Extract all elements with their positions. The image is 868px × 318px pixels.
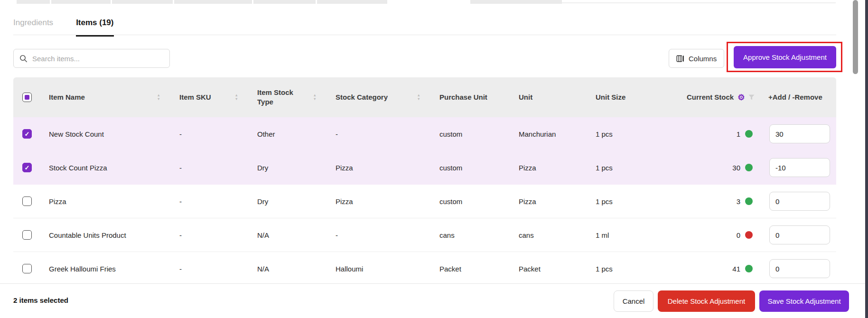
approve-stock-adjustment-button[interactable]: Approve Stock Adjustment [734, 46, 836, 68]
cell-item-sku: - [179, 265, 257, 273]
columns-button[interactable]: Columns [669, 49, 724, 68]
tab-ingredients[interactable]: Ingredients [13, 14, 53, 35]
header-current-stock: Current Stock [687, 93, 734, 102]
browser-tab-strip-segment [112, 0, 173, 4]
search-icon [19, 55, 28, 63]
items-table: Item Name▲▼ Item SKU▲▼ Item Stock Type▲▼… [13, 77, 836, 286]
cell-stock-category: Pizza [336, 164, 439, 172]
column-settings-gear-icon[interactable]: ⚙ [737, 94, 745, 102]
row-checkbox[interactable] [22, 230, 32, 240]
header-purchase-unit: Purchase Unit [439, 93, 487, 102]
sort-icon[interactable]: ▲▼ [235, 94, 238, 101]
adjust-quantity-input[interactable] [769, 259, 830, 278]
row-checkbox[interactable] [22, 264, 32, 273]
browser-tab-strip-segment [174, 0, 252, 4]
cell-unit: Pizza [519, 164, 596, 172]
cell-stock-category: - [336, 231, 439, 239]
cell-purchase-unit: custom [439, 197, 519, 206]
table-row: Stock Count Pizza - Dry Pizza custom Piz… [13, 151, 836, 185]
cell-unit-size: 1 pcs [596, 197, 687, 206]
stock-status-dot [745, 265, 753, 272]
cell-item-stock-type: N/A [257, 265, 336, 273]
cell-item-sku: - [179, 164, 257, 172]
cell-purchase-unit: custom [439, 130, 519, 138]
header-stock-category: Stock Category [336, 93, 388, 102]
adjust-quantity-input[interactable] [769, 158, 830, 177]
selected-count-label: 2 items selected [13, 296, 68, 304]
cell-item-name: Stock Count Pizza [49, 164, 179, 172]
browser-tab-strip-segment [317, 0, 387, 4]
header-item-name: Item Name [49, 93, 85, 102]
row-checkbox[interactable] [22, 163, 32, 172]
browser-tab-strip-segment [51, 0, 111, 4]
table-row: Greek Halloumi Fries - N/A Halloumi Pack… [13, 252, 836, 286]
sort-icon[interactable]: ▲▼ [157, 94, 160, 101]
adjust-quantity-input[interactable] [769, 124, 830, 143]
browser-tab-strip-segment [470, 0, 562, 4]
adjust-quantity-input[interactable] [769, 225, 830, 244]
cell-unit-size: 1 pcs [596, 265, 687, 273]
table-row: New Stock Count - Other - custom Manchur… [13, 117, 836, 151]
header-add-remove: +Add / -Remove [768, 93, 822, 102]
search-input[interactable] [32, 55, 164, 63]
cell-stock-category: - [336, 130, 439, 138]
cell-unit: Packet [519, 265, 596, 273]
stock-status-dot [745, 231, 753, 239]
adjust-quantity-input[interactable] [769, 192, 830, 211]
cell-item-stock-type: N/A [257, 231, 336, 239]
cell-current-stock: 30 [732, 164, 740, 172]
browser-tab-strip-segment [253, 0, 316, 4]
stock-status-dot [745, 130, 753, 138]
browser-tab-strip-segment [17, 0, 50, 4]
cell-current-stock: 41 [732, 265, 740, 273]
table-body: New Stock Count - Other - custom Manchur… [13, 117, 836, 286]
search-box[interactable] [13, 49, 170, 68]
footer-bar: 2 items selected Cancel Delete Stock Adj… [0, 283, 865, 318]
delete-stock-adjustment-button[interactable]: Delete Stock Adjustment [658, 290, 755, 312]
cell-item-stock-type: Dry [257, 164, 336, 172]
cell-current-stock: 1 [737, 130, 740, 138]
cell-unit: Pizza [519, 197, 596, 206]
cancel-button[interactable]: Cancel [614, 290, 653, 312]
columns-icon [676, 55, 684, 63]
stock-status-dot [745, 164, 753, 171]
stock-adjustment-page: Ingredients Items (19) Columns Approve S… [0, 0, 868, 318]
row-checkbox[interactable] [22, 129, 32, 139]
columns-button-label: Columns [689, 55, 717, 63]
cell-item-sku: - [179, 130, 257, 138]
cell-item-stock-type: Dry [257, 197, 336, 206]
cell-current-stock: 3 [737, 197, 740, 206]
browser-tab-strip-line [562, 2, 836, 3]
browser-tab-strip [0, 0, 868, 4]
sort-icon[interactable]: ▲▼ [313, 94, 317, 101]
filter-funnel-icon[interactable] [748, 94, 755, 100]
cell-stock-category: Pizza [336, 197, 439, 206]
header-item-stock-type: Item Stock Type [257, 88, 301, 107]
cell-item-name: Countable Units Product [49, 231, 179, 239]
cell-purchase-unit: cans [439, 231, 519, 239]
select-all-checkbox[interactable] [22, 93, 32, 102]
cell-item-name: Pizza [49, 197, 179, 206]
cell-unit-size: 1 pcs [596, 164, 687, 172]
tabs-divider [13, 35, 836, 35]
vertical-scrollbar-thumb[interactable] [853, 0, 858, 74]
cell-unit-size: 1 pcs [596, 130, 687, 138]
save-stock-adjustment-button[interactable]: Save Stock Adjustment [759, 290, 849, 312]
header-unit: Unit [519, 93, 532, 102]
cell-current-stock: 0 [737, 231, 740, 239]
cell-item-name: New Stock Count [49, 130, 179, 138]
cell-item-sku: - [179, 231, 257, 239]
row-checkbox[interactable] [22, 196, 32, 206]
table-header-row: Item Name▲▼ Item SKU▲▼ Item Stock Type▲▼… [13, 77, 836, 117]
cell-item-sku: - [179, 197, 257, 206]
cell-unit-size: 1 ml [596, 231, 687, 239]
cell-purchase-unit: Packet [439, 265, 519, 273]
table-row: Pizza - Dry Pizza custom Pizza 1 pcs 3 [13, 185, 836, 218]
cell-item-stock-type: Other [257, 130, 336, 138]
cell-unit: cans [519, 231, 596, 239]
tab-items[interactable]: Items (19) [76, 14, 113, 35]
cell-stock-category: Halloumi [336, 265, 439, 273]
header-unit-size: Unit Size [596, 93, 625, 102]
sort-icon[interactable]: ▲▼ [417, 94, 420, 101]
table-row: Countable Units Product - N/A - cans can… [13, 218, 836, 252]
